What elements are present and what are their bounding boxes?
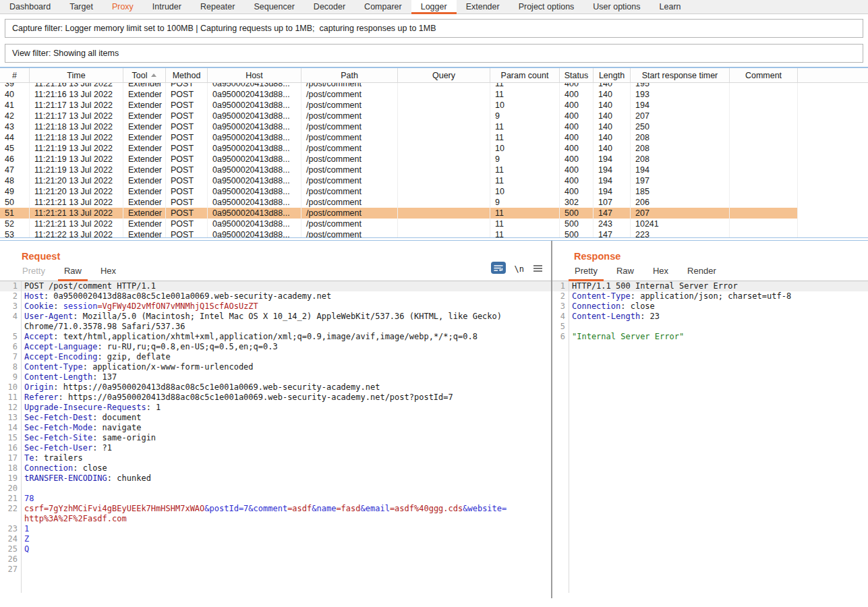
column-header-query[interactable]: Query <box>398 68 490 82</box>
column-header-param-count[interactable]: Param count <box>490 68 560 82</box>
cell-length: 140 <box>594 111 631 121</box>
log-entry-row-50[interactable]: 5011:21:21 13 Jul 2022ExtenderPOST0a9500… <box>0 197 868 208</box>
cell-query <box>398 89 490 100</box>
line-number: 5 <box>552 322 569 332</box>
column-header-method[interactable]: Method <box>166 68 208 82</box>
log-entry-row-51[interactable]: 5111:21:21 13 Jul 2022ExtenderPOST0a9500… <box>0 208 868 219</box>
wrap-lines-icon[interactable] <box>491 262 506 277</box>
cell-comment <box>730 83 798 89</box>
editor-menu-icon[interactable] <box>533 263 543 275</box>
menu-tab-decoder[interactable]: Decoder <box>304 0 355 13</box>
log-entry-row-48[interactable]: 4811:21:20 13 Jul 2022ExtenderPOST0a9500… <box>0 175 868 186</box>
cell-number: 41 <box>0 100 30 111</box>
column-header-comment[interactable]: Comment <box>730 68 798 82</box>
line-number <box>0 514 21 524</box>
menu-tab-dashboard[interactable]: Dashboard <box>0 0 60 13</box>
syntax-segment: Z <box>24 534 29 544</box>
response-tab-hex[interactable]: Hex <box>647 262 674 281</box>
log-entry-row-41[interactable]: 4111:21:17 13 Jul 2022ExtenderPOST0a9500… <box>0 100 868 111</box>
log-entry-row-52[interactable]: 5211:21:21 13 Jul 2022ExtenderPOST0a9500… <box>0 219 868 229</box>
column-header-length[interactable]: Length <box>594 68 631 82</box>
log-entry-row-49[interactable]: 4911:21:20 13 Jul 2022ExtenderPOST0a9500… <box>0 186 868 197</box>
menu-tab-learn[interactable]: Learn <box>650 0 691 13</box>
show-newlines-icon[interactable]: \n <box>515 264 524 274</box>
syntax-segment: : <box>53 301 63 311</box>
cell-length: 140 <box>594 83 631 89</box>
cell-filler <box>798 100 868 111</box>
menu-tab-target[interactable]: Target <box>60 0 103 13</box>
cell-path: /post/comment <box>301 132 398 143</box>
cell-filler <box>798 111 868 121</box>
menu-tab-project-options[interactable]: Project options <box>509 0 584 13</box>
cell-filler <box>798 121 868 132</box>
column-header-time[interactable]: Time <box>30 68 123 82</box>
log-entry-row-47[interactable]: 4711:21:19 13 Jul 2022ExtenderPOST0a9500… <box>0 165 868 175</box>
log-entry-row-44[interactable]: 4411:21:18 13 Jul 2022ExtenderPOST0a9500… <box>0 132 868 143</box>
cell-status: 400 <box>560 83 594 89</box>
column-header-host[interactable]: Host <box>208 68 301 82</box>
request-tab-hex[interactable]: Hex <box>94 262 122 281</box>
column-header-status[interactable]: Status <box>560 68 594 82</box>
cell-tool: Extender <box>123 111 166 121</box>
cell-status: 400 <box>560 111 594 121</box>
cell-time: 11:21:18 13 Jul 2022 <box>30 121 123 132</box>
syntax-segment: Accept-Language <box>24 342 97 351</box>
cell-number: 44 <box>0 132 30 143</box>
request-tab-pretty[interactable]: Pretty <box>16 262 51 281</box>
editor-line: 17Te: trailers <box>0 453 551 463</box>
cell-time: 11:21:17 13 Jul 2022 <box>30 100 123 111</box>
editor-line: 9Content-Length: 137 <box>0 372 551 382</box>
logger-table-header: #TimeToolMethodHostPathQueryParam countS… <box>0 68 868 83</box>
menu-tab-repeater[interactable]: Repeater <box>191 0 244 13</box>
log-entry-row-53[interactable]: 5311:21:22 13 Jul 2022ExtenderPOST0a9500… <box>0 229 868 237</box>
response-panel: Response PrettyRawHexRender 1HTTP/1.1 50… <box>552 241 868 605</box>
response-tab-pretty[interactable]: Pretty <box>569 262 604 281</box>
column-header-tool[interactable]: Tool <box>123 68 166 82</box>
log-entry-row-45[interactable]: 4511:21:19 13 Jul 2022ExtenderPOST0a9500… <box>0 143 868 154</box>
cell-tool: Extender <box>123 229 166 237</box>
menu-tab-user-options[interactable]: User options <box>583 0 649 13</box>
menu-tab-comparer[interactable]: Comparer <box>355 0 411 13</box>
line-number: 3 <box>552 301 569 312</box>
cell-query <box>398 132 490 143</box>
editor-line: 8Content-Type: application/x-www-form-ur… <box>0 362 551 372</box>
menu-tab-logger[interactable]: Logger <box>411 0 457 13</box>
column-header-path[interactable]: Path <box>301 68 398 82</box>
line-number: 20 <box>0 484 21 494</box>
response-tabs: PrettyRawHexRender <box>552 262 868 281</box>
cell-comment <box>730 100 798 111</box>
cell-comment <box>730 154 798 165</box>
cell-method: POST <box>166 229 208 237</box>
response-tab-raw[interactable]: Raw <box>610 262 640 281</box>
syntax-segment: Sec-Fetch-Mode <box>24 423 92 432</box>
line-number: 5 <box>0 332 21 342</box>
gutter-separator <box>569 281 569 593</box>
message-editor-split: Request PrettyRawHex \n <box>0 241 868 605</box>
request-tab-raw[interactable]: Raw <box>58 262 88 281</box>
menu-tab-intruder[interactable]: Intruder <box>143 0 191 13</box>
response-tab-render[interactable]: Render <box>681 262 722 281</box>
response-editor[interactable]: 1HTTP/1.1 500 Internal Server Error2Cont… <box>552 281 868 596</box>
request-editor[interactable]: 1POST /post/comment HTTP/1.12Host: 0a950… <box>0 281 551 596</box>
menu-tab-sequencer[interactable]: Sequencer <box>244 0 303 13</box>
cell-tool: Extender <box>123 89 166 100</box>
column-header-start-response-timer[interactable]: Start response timer <box>631 68 730 82</box>
view-filter-bar[interactable]: View filter: Showing all items <box>5 44 863 63</box>
syntax-segment: Sec-Fetch-User <box>24 443 92 453</box>
editor-line: 3Cookie: session=VgFWy4D2vMfON7vMNMhjQ1S… <box>0 301 551 312</box>
cell-path: /post/comment <box>301 219 398 229</box>
line-content: Q <box>21 544 29 554</box>
menu-tab-proxy[interactable]: Proxy <box>103 0 143 13</box>
cell-param-count: 11 <box>490 83 560 89</box>
cell-status: 500 <box>560 219 594 229</box>
column-header-number[interactable]: # <box>0 68 30 82</box>
log-entry-row-46[interactable]: 4611:21:19 13 Jul 2022ExtenderPOST0a9500… <box>0 154 868 165</box>
capture-filter-bar[interactable]: Capture filter: Logger memory limit set … <box>5 19 863 38</box>
log-entry-row-43[interactable]: 4311:21:18 13 Jul 2022ExtenderPOST0a9500… <box>0 121 868 132</box>
log-entry-row-40[interactable]: 4011:21:16 13 Jul 2022ExtenderPOST0a9500… <box>0 89 868 100</box>
menu-tab-extender[interactable]: Extender <box>457 0 509 13</box>
log-entry-row-42[interactable]: 4211:21:17 13 Jul 2022ExtenderPOST0a9500… <box>0 111 868 121</box>
log-entry-row-39[interactable]: 3911:21:16 13 Jul 2022ExtenderPOST0a9500… <box>0 83 868 89</box>
cell-start-response-timer: 207 <box>631 208 730 219</box>
line-number: 9 <box>0 372 21 382</box>
